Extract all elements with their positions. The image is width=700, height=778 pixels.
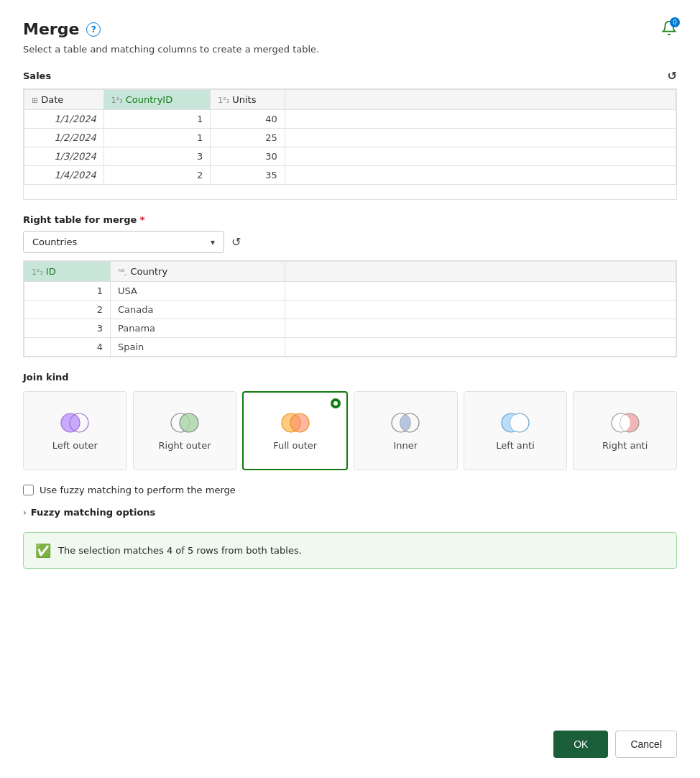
join-left-anti[interactable]: Left anti [464, 391, 568, 470]
countries-empty-4 [285, 338, 676, 357]
selected-indicator [331, 398, 341, 408]
table-icon: ⊞ [32, 96, 38, 105]
sales-col-countryid[interactable]: 1²₃CountryID [103, 90, 210, 110]
countries-country-2: Canada [111, 301, 285, 319]
countries-table: 1²₃ID ᴬᴮ꜀Country 1 USA 2 Canada [24, 261, 676, 357]
chevron-right-icon: › [23, 508, 27, 518]
sales-col-empty [285, 90, 676, 110]
join-inner[interactable]: Inner [354, 391, 458, 470]
svg-point-5 [290, 413, 309, 432]
countries-country-4: Spain [111, 338, 285, 357]
fuzzy-checkbox-label[interactable]: Use fuzzy matching to perform the merge [40, 485, 236, 495]
countries-row-2: 2 Canada [24, 301, 676, 319]
chevron-down-icon: ▾ [211, 237, 215, 247]
countries-table-wrapper: 1²₃ID ᴬᴮ꜀Country 1 USA 2 Canada [23, 260, 677, 357]
countries-id-4: 4 [24, 338, 111, 357]
right-outer-venn-icon [169, 413, 201, 433]
sales-units-3: 30 [211, 147, 285, 166]
sales-date-2: 1/2/2024 [24, 129, 104, 147]
required-indicator: * [140, 214, 145, 225]
countries-id-3: 3 [24, 319, 111, 338]
sales-section-label: Sales ↺ [23, 69, 677, 83]
help-icon[interactable]: ? [86, 22, 101, 37]
cancel-button[interactable]: Cancel [615, 731, 677, 758]
left-outer-venn-icon [59, 413, 91, 433]
fuzzy-options-label: Fuzzy matching options [31, 507, 156, 518]
title-row: Merge ? 0 [23, 20, 677, 38]
sales-refresh-button[interactable]: ↺ [668, 69, 677, 83]
countries-empty-1 [285, 282, 676, 301]
match-banner: ✅ The selection matches 4 of 5 rows from… [23, 532, 677, 569]
countries-country-3: Panama [111, 319, 285, 338]
countries-col-country[interactable]: ᴬᴮ꜀Country [111, 262, 285, 282]
sales-label: Sales [23, 70, 51, 81]
sales-empty-3 [285, 147, 676, 166]
sales-units-2: 25 [211, 129, 285, 147]
action-row: OK Cancel [23, 731, 677, 758]
countries-empty-2 [285, 301, 676, 319]
countries-row-1: 1 USA [24, 282, 676, 301]
right-anti-venn-icon [609, 413, 641, 433]
join-options: Left outer Right outer Full outer [23, 391, 677, 470]
sales-date-3: 1/3/2024 [24, 147, 104, 166]
sales-units-4: 35 [211, 166, 285, 185]
fuzzy-checkbox[interactable] [23, 485, 34, 495]
right-table-label-text: Right table for merge [23, 214, 137, 225]
fuzzy-row: Use fuzzy matching to perform the merge [23, 485, 677, 495]
123-icon: 1²₃ [32, 267, 43, 277]
join-full-outer[interactable]: Full outer [242, 391, 348, 470]
123-icon: 1²₃ [111, 96, 123, 105]
right-table-label: Right table for merge * [23, 214, 677, 225]
join-left-outer-label: Left outer [52, 440, 98, 451]
fuzzy-options-row[interactable]: › Fuzzy matching options [23, 507, 677, 518]
sales-date-1: 1/1/2024 [24, 110, 104, 129]
notification-badge: 0 [670, 17, 680, 27]
join-right-anti[interactable]: Right anti [573, 391, 677, 470]
sales-countryid-1: 1 [103, 110, 210, 129]
join-right-outer[interactable]: Right outer [133, 391, 237, 470]
svg-point-0 [61, 413, 80, 432]
svg-point-3 [180, 413, 198, 432]
sales-empty-4 [285, 166, 676, 185]
sales-table: ⊞Date 1²₃CountryID 1²₃Units 1/1/2024 1 4… [24, 89, 676, 185]
sales-countryid-4: 2 [103, 166, 210, 185]
sales-row-3: 1/3/2024 3 30 [24, 147, 676, 166]
right-table-refresh-button[interactable]: ↺ [231, 235, 241, 249]
full-outer-venn-icon [280, 413, 311, 433]
sales-date-4: 1/4/2024 [24, 166, 104, 185]
countries-id-2: 2 [24, 301, 111, 319]
ok-button[interactable]: OK [553, 731, 608, 758]
abc-icon: ᴬᴮ꜀ [118, 267, 128, 277]
countries-row-3: 3 Panama [24, 319, 676, 338]
sales-countryid-2: 1 [103, 129, 210, 147]
countries-row-4: 4 Spain [24, 338, 676, 357]
sales-countryid-3: 3 [103, 147, 210, 166]
dialog-subtitle: Select a table and matching columns to c… [23, 44, 677, 55]
sales-table-wrapper: ⊞Date 1²₃CountryID 1²₃Units 1/1/2024 1 4… [23, 88, 677, 200]
sales-header-row: ⊞Date 1²₃CountryID 1²₃Units [24, 90, 676, 110]
dropdown-row: Countries ▾ ↺ [23, 231, 677, 253]
sales-col-date[interactable]: ⊞Date [24, 90, 104, 110]
countries-col-id[interactable]: 1²₃ID [24, 262, 111, 282]
join-right-anti-label: Right anti [602, 440, 648, 451]
notification-icon[interactable]: 0 [661, 20, 677, 38]
sales-row-4: 1/4/2024 2 35 [24, 166, 676, 185]
join-left-outer[interactable]: Left outer [23, 391, 127, 470]
right-table-dropdown[interactable]: Countries ▾ [23, 231, 224, 253]
123-icon: 1²₃ [218, 96, 229, 105]
title-left: Merge ? [23, 20, 101, 38]
sales-row-1: 1/1/2024 1 40 [24, 110, 676, 129]
sales-empty-2 [285, 129, 676, 147]
countries-col-empty [285, 262, 676, 282]
dialog-title: Merge [23, 20, 79, 38]
sales-units-1: 40 [211, 110, 285, 129]
sales-row-2: 1/2/2024 1 25 [24, 129, 676, 147]
join-kind-label: Join kind [23, 372, 677, 383]
sales-col-units[interactable]: 1²₃Units [211, 90, 285, 110]
countries-empty-3 [285, 319, 676, 338]
join-left-anti-label: Left anti [496, 440, 535, 451]
inner-venn-icon [390, 413, 421, 433]
match-banner-text: The selection matches 4 of 5 rows from b… [58, 545, 302, 556]
check-circle-icon: ✅ [35, 543, 51, 558]
countries-country-1: USA [111, 282, 285, 301]
